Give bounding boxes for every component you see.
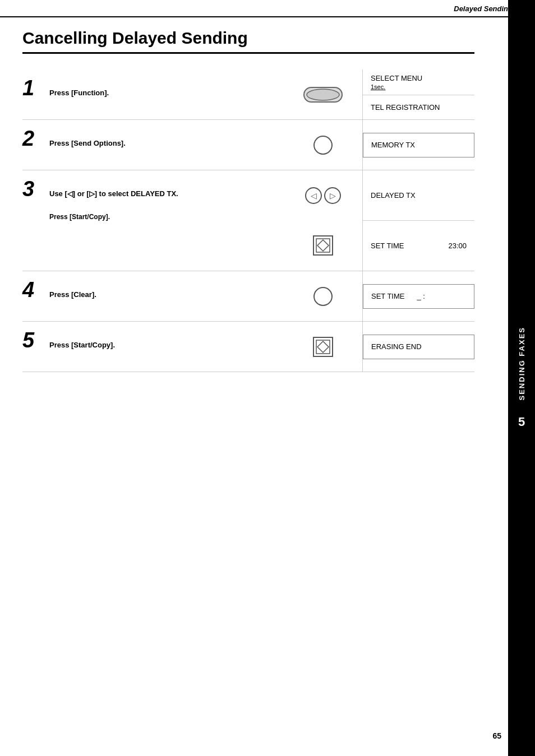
step-3-instruction: Use [◁] or [▷] to select DELAYED TX. <box>49 189 178 198</box>
step-1-icon <box>284 69 362 119</box>
page-title: Cancelling Delayed Sending <box>22 29 474 54</box>
step-4-display: SET TIME _ : <box>362 271 474 321</box>
step-3-left: 3 Use [◁] or [▷] to select DELAYED TX. P… <box>22 170 284 271</box>
left-arrow-icon: ◁ <box>305 187 322 204</box>
step-3-sub-instruction: Press [Start/Copy]. <box>22 213 275 221</box>
step-3-header: 3 Use [◁] or [▷] to select DELAYED TX. <box>22 178 275 200</box>
step-1-display-top-sub: 1sec. <box>371 84 385 90</box>
send-options-button-icon <box>313 136 333 155</box>
start-copy-button-icon-3 <box>313 235 333 256</box>
step-1-instruction: Press [Function]. <box>49 89 109 97</box>
step-2-header: 2 Press [Send Options]. <box>22 128 275 149</box>
function-button-icon <box>303 87 343 103</box>
step-1-row: 1 Press [Function]. SELECT MENU 1sec. <box>22 69 474 120</box>
right-arrow-icon: ▷ <box>324 187 341 204</box>
step-3-display-bottom: SET TIME 23:00 <box>363 221 474 271</box>
top-bar: Delayed Sending <box>0 0 535 17</box>
step-3-arrow-icon-cell: ◁ ▷ <box>305 170 341 221</box>
step-1-left: 1 Press [Function]. <box>22 69 284 119</box>
step-2-instruction: Press [Send Options]. <box>49 139 126 147</box>
step-5-display: ERASING END <box>362 322 474 372</box>
right-sidebar: SENDING FAXES 5 <box>508 0 535 756</box>
arrow-pair-icon: ◁ ▷ <box>305 187 341 204</box>
step-1-display: SELECT MENU 1sec. TEL REGISTRATION <box>362 69 474 119</box>
step-1-header: 1 Press [Function]. <box>22 77 275 99</box>
step-1-display-top: SELECT MENU 1sec. <box>363 69 474 95</box>
step-4-left: 4 Press [Clear]. <box>22 271 284 321</box>
step-4-number: 4 <box>22 279 43 300</box>
step-1-number: 1 <box>22 77 43 99</box>
step-5-number: 5 <box>22 330 43 351</box>
step-5-display-text: ERASING END <box>371 342 422 351</box>
step-2-display: MEMORY TX <box>362 120 474 170</box>
step-2-left: 2 Press [Send Options]. <box>22 120 284 170</box>
step-3-row: 3 Use [◁] or [▷] to select DELAYED TX. P… <box>22 170 474 271</box>
step-2-icon <box>284 120 362 170</box>
step-1-display-bottom-text: TEL REGISTRATION <box>371 103 440 112</box>
step-3-display-bottom-label: SET TIME <box>371 242 404 250</box>
step-3-display-top: DELAYED TX <box>363 170 474 221</box>
step-4-display-label: SET TIME <box>371 292 404 300</box>
step-2-number: 2 <box>22 128 43 149</box>
step-3-number: 3 <box>22 178 43 200</box>
step-2-row: 2 Press [Send Options]. MEMORY TX <box>22 120 474 170</box>
step-1-display-top-title: SELECT MENU <box>371 74 422 82</box>
step-3-start-copy-icon-cell <box>313 221 333 271</box>
step-3-display-top-text: DELAYED TX <box>371 191 416 200</box>
step-4-header: 4 Press [Clear]. <box>22 279 275 300</box>
step-2-display-text: MEMORY TX <box>371 141 415 149</box>
step-5-row: 5 Press [Start/Copy]. ERASING END <box>22 322 474 372</box>
step-4-icon <box>284 271 362 321</box>
page-container: SENDING FAXES 5 Delayed Sending Cancelli… <box>0 0 535 756</box>
step-1-display-bottom: TEL REGISTRATION <box>363 95 474 119</box>
step-5-icon <box>284 322 362 372</box>
step-3-sub-instruction-text: Press [Start/Copy]. <box>49 213 110 221</box>
step-3-display-bottom-value: 23:00 <box>448 242 467 250</box>
step-5-instruction: Press [Start/Copy]. <box>49 341 115 349</box>
step-3-icons: ◁ ▷ <box>284 170 362 271</box>
step-5-header: 5 Press [Start/Copy]. <box>22 330 275 351</box>
clear-button-icon <box>313 287 333 306</box>
svg-point-0 <box>307 89 339 100</box>
svg-marker-2 <box>317 240 329 251</box>
page-number: 65 <box>492 731 501 740</box>
step-5-left: 5 Press [Start/Copy]. <box>22 322 284 372</box>
step-4-display-value: _ : <box>417 292 425 300</box>
step-4-display-box: SET TIME _ : <box>363 284 474 309</box>
main-content: Cancelling Delayed Sending 1 Press [Func… <box>0 17 508 395</box>
svg-marker-4 <box>317 341 329 353</box>
start-copy-button-icon-5 <box>313 337 333 357</box>
step-4-instruction: Press [Clear]. <box>49 290 96 299</box>
header-title: Delayed Sending <box>454 4 513 13</box>
sidebar-label: SENDING FAXES <box>518 327 526 400</box>
svg-rect-1 <box>316 239 330 252</box>
steps-area: 1 Press [Function]. SELECT MENU 1sec. <box>22 69 474 372</box>
step-5-display-box: ERASING END <box>363 335 474 359</box>
step-3-display: DELAYED TX SET TIME 23:00 <box>362 170 474 271</box>
svg-rect-3 <box>316 340 330 354</box>
sidebar-chapter: 5 <box>518 415 525 429</box>
step-2-display-box: MEMORY TX <box>363 133 474 157</box>
step-4-row: 4 Press [Clear]. SET TIME _ : <box>22 271 474 322</box>
